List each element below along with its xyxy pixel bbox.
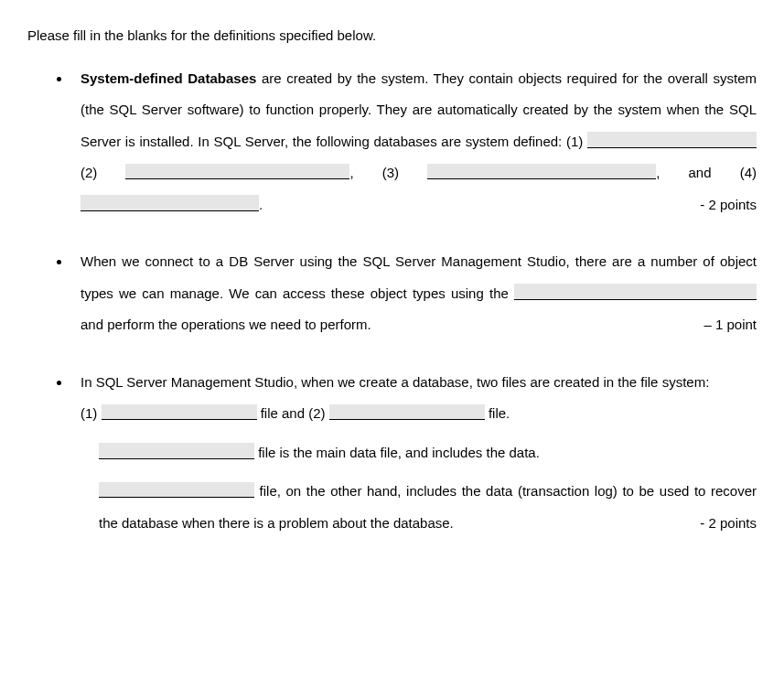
blank-input[interactable] xyxy=(81,195,259,211)
points-label: - 2 points xyxy=(700,508,757,540)
file-line-1: (1) file and (2) file. xyxy=(81,398,757,430)
instruction-text: Please fill in the blanks for the defini… xyxy=(27,26,757,47)
text: . xyxy=(259,197,263,212)
question-list: System-defined Databases are created by … xyxy=(27,63,757,540)
term-bold: System-defined Databases xyxy=(81,70,256,86)
blank-input[interactable] xyxy=(329,404,485,421)
text: file. xyxy=(485,405,510,421)
text: , (3) xyxy=(349,165,427,180)
blank-input[interactable] xyxy=(587,132,757,148)
file-line-3: file, on the other hand, includes the da… xyxy=(99,476,757,539)
blank-input[interactable] xyxy=(99,443,254,459)
question-item-3: In SQL Server Management Studio, when we… xyxy=(71,367,757,540)
text: In SQL Server Management Studio, when we… xyxy=(81,367,757,399)
blank-input[interactable] xyxy=(125,164,349,180)
points-label: – 1 point xyxy=(703,309,757,341)
text: and perform the operations we need to pe… xyxy=(81,317,371,332)
blank-input[interactable] xyxy=(102,404,257,421)
blank-input[interactable] xyxy=(427,164,656,180)
question-item-1: System-defined Databases are created by … xyxy=(71,63,757,221)
blank-input[interactable] xyxy=(99,482,254,499)
text: , and (4) xyxy=(656,165,757,180)
blank-input[interactable] xyxy=(514,284,757,300)
text: (1) xyxy=(81,405,102,421)
text: file is the main data file, and includes… xyxy=(254,445,540,460)
file-line-2: file is the main data file, and includes… xyxy=(99,437,757,469)
question-item-2: When we connect to a DB Server using the… xyxy=(71,246,757,341)
points-label: - 2 points xyxy=(700,189,757,221)
text: file and (2) xyxy=(257,405,329,421)
text: (2) xyxy=(81,165,125,180)
